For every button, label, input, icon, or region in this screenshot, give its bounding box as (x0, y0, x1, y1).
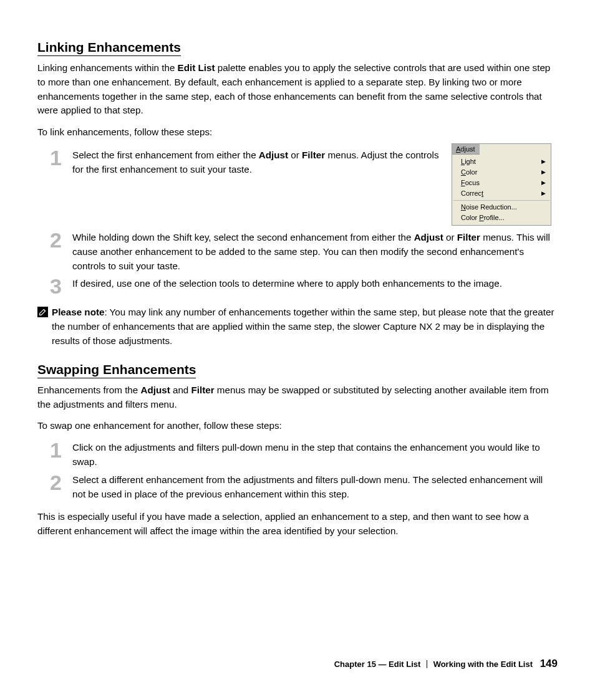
adjust-menu-screenshot: Adjust Light▶ Color▶ Focus▶ Correct▶ Noi… (452, 143, 551, 226)
bold-edit-list: Edit List (178, 62, 215, 73)
step-text: Click on the adjustments and filters pul… (72, 441, 558, 469)
note-label: Please note (52, 307, 104, 317)
bold-filter: Filter (302, 150, 325, 160)
note-block: Please note: You may link any number of … (37, 305, 558, 348)
bold-adjust: Adjust (414, 232, 443, 242)
menu-separator (453, 200, 549, 201)
step-number: 2 (50, 229, 72, 273)
step-2: 2 While holding down the Shift key, sele… (37, 231, 558, 273)
text: and (170, 385, 191, 395)
footer-chapter: Chapter 15 — Edit List (334, 659, 421, 669)
menu-title-adjust: Adjust (452, 144, 480, 155)
submenu-arrow-icon: ▶ (541, 169, 546, 175)
text: : You may link any number of enhancement… (52, 307, 554, 346)
step-number: 1 (50, 147, 72, 177)
text: Linking enhancements within the (37, 62, 178, 73)
intro-paragraph: Enhancements from the Adjust and Filter … (37, 383, 558, 412)
page-number: 149 (540, 658, 558, 669)
menu-item-noise-reduction: Noise Reduction... (452, 202, 551, 213)
step-text: Select a different enhancement from the … (72, 473, 558, 502)
bold-adjust: Adjust (140, 385, 170, 395)
step-number: 3 (50, 276, 72, 297)
bold-adjust: Adjust (259, 150, 288, 160)
lead-text: To swap one enhancement for another, fol… (37, 419, 558, 433)
page-footer: Chapter 15 — Edit List Working with the … (334, 658, 558, 670)
heading-linking-enhancements: Linking Enhancements (37, 40, 181, 56)
note-text: Please note: You may link any number of … (52, 305, 558, 348)
menu-item-focus: Focus▶ (452, 178, 551, 188)
bold-filter: Filter (191, 385, 215, 395)
submenu-arrow-icon: ▶ (541, 190, 546, 196)
step-3: 3 If desired, use one of the selection t… (37, 277, 558, 297)
step-1: 1 Select the first enhancement from eith… (37, 148, 439, 177)
menu-item-color-profile: Color Profile... (452, 213, 551, 223)
menu-item-light: Light▶ (452, 156, 551, 167)
menu-item-color: Color▶ (452, 167, 551, 178)
submenu-arrow-icon: ▶ (541, 158, 546, 165)
step-1: 1 Click on the adjustments and filters p… (37, 441, 558, 469)
step-text: Select the first enhancement from either… (72, 148, 439, 177)
pencil-note-icon (37, 307, 48, 317)
intro-paragraph: Linking enhancements within the Edit Lis… (37, 61, 558, 118)
bold-filter: Filter (457, 232, 480, 242)
text: While holding down the Shift key, select… (72, 232, 414, 242)
heading-swapping-enhancements: Swapping Enhancements (37, 362, 196, 378)
outro-paragraph: This is especially useful if you have ma… (37, 510, 558, 539)
text: or (288, 150, 302, 160)
text: Enhancements from the (37, 385, 140, 395)
menu-item-correct: Correct▶ (452, 188, 551, 199)
text: Select the first enhancement from either… (72, 150, 259, 160)
lead-text: To link enhancements, follow these steps… (37, 125, 558, 140)
step-text: If desired, use one of the selection too… (72, 277, 558, 297)
text: or (443, 232, 457, 242)
footer-section: Working with the Edit List (433, 659, 533, 669)
step-text: While holding down the Shift key, select… (72, 231, 558, 273)
submenu-arrow-icon: ▶ (541, 180, 546, 186)
step-number: 1 (50, 439, 72, 469)
step-number: 2 (50, 472, 72, 502)
step-2: 2 Select a different enhancement from th… (37, 473, 558, 502)
footer-divider (427, 660, 427, 668)
